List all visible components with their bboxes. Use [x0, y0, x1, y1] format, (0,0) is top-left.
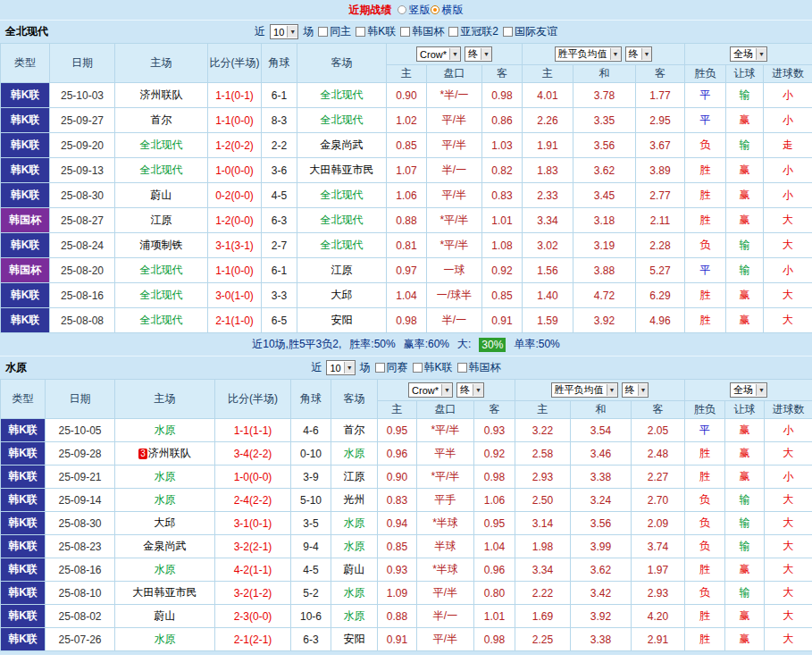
score-cell[interactable]: 2-4(2-2) [215, 489, 291, 512]
away-team-cell[interactable]: 安阳 [331, 628, 378, 651]
home-team-cell[interactable]: 大田韩亚市民 [115, 582, 215, 605]
home-team-cell[interactable]: 蔚山 [115, 183, 208, 208]
home-team-cell[interactable]: 水原 [115, 419, 215, 442]
away-team-cell[interactable]: 水原 [331, 535, 378, 558]
away-team-cell[interactable]: 大邱 [297, 283, 387, 308]
score-cell[interactable]: 0-2(0-0) [208, 183, 262, 208]
home-team-cell[interactable]: 浦项制铁 [115, 233, 208, 258]
score-cell[interactable]: 3-2(1-2) [215, 582, 291, 605]
filter-checkbox-1[interactable]: 韩K联 [356, 24, 396, 39]
home-team-cell[interactable]: 全北现代 [115, 258, 208, 283]
score-cell[interactable]: 1-2(0-0) [208, 208, 262, 233]
score-cell[interactable]: 1-1(1-1) [215, 419, 291, 442]
checkbox-icon[interactable] [400, 27, 410, 37]
checkbox-icon[interactable] [457, 363, 467, 373]
avg-final-select[interactable]: 终▼ [625, 46, 653, 62]
odds-home: 0.90 [378, 466, 417, 489]
avg-select[interactable]: 胜平负均值▼ [551, 382, 618, 398]
result-outcome: 平 [685, 108, 726, 133]
checkbox-icon[interactable] [503, 27, 513, 37]
away-team-cell[interactable]: 首尔 [331, 419, 378, 442]
away-team-cell[interactable]: 全北现代 [297, 208, 387, 233]
home-team-cell[interactable]: 全北现代 [115, 133, 208, 158]
filter-checkbox-2[interactable]: 韩国杯 [400, 24, 444, 39]
home-team-cell[interactable]: 全北现代 [115, 158, 208, 183]
match-row: 韩K联 25-09-14 水原 2-4(2-2) 5-10 光州 0.83 平手… [1, 489, 812, 512]
score-cell[interactable]: 2-1(2-1) [215, 628, 291, 651]
result-outcome: 胜 [685, 283, 726, 308]
home-team-cell[interactable]: 大邱 [115, 512, 215, 535]
home-team-cell[interactable]: 金泉尚武 [115, 535, 215, 558]
score-cell[interactable]: 4-2(1-1) [215, 558, 291, 582]
radio-icon[interactable] [431, 5, 439, 14]
score-cell[interactable]: 2-3(0-0) [215, 605, 291, 628]
filter-checkbox-0[interactable]: 同赛 [375, 360, 408, 375]
layout-radio-0[interactable]: 竖版 [398, 3, 431, 18]
avg-final-select[interactable]: 终▼ [622, 382, 649, 398]
away-team-cell[interactable]: 全北现代 [297, 233, 387, 258]
home-team-cell[interactable]: 济州联队 [115, 83, 208, 108]
away-team-cell[interactable]: 金泉尚武 [297, 133, 387, 158]
score-cell[interactable]: 3-2(2-1) [215, 535, 291, 558]
away-team-cell[interactable]: 江原 [331, 466, 378, 489]
away-team-cell[interactable]: 安阳 [297, 308, 387, 333]
match-count-select[interactable]: 10▼ [326, 360, 355, 375]
checkbox-icon[interactable] [448, 27, 458, 37]
odds-company-select[interactable]: Crow*▼ [416, 46, 461, 62]
score-cell[interactable]: 3-4(2-2) [215, 442, 291, 466]
radio-icon[interactable] [398, 5, 406, 14]
scope-select[interactable]: 全场▼ [730, 382, 767, 398]
match-count-select[interactable]: 10▼ [270, 24, 298, 39]
home-team-cell[interactable]: 3济州联队 [115, 442, 215, 466]
score-cell[interactable]: 1-1(0-0) [208, 108, 262, 133]
filter-checkbox-2[interactable]: 韩国杯 [457, 360, 501, 375]
home-team-cell[interactable]: 江原 [115, 208, 208, 233]
score-cell[interactable]: 1-1(0-1) [208, 83, 262, 108]
filter-checkbox-1[interactable]: 韩K联 [413, 360, 453, 375]
layout-radio-1[interactable]: 横版 [431, 3, 464, 18]
score-cell[interactable]: 3-0(1-0) [208, 283, 262, 308]
match-date: 25-09-27 [50, 108, 115, 133]
away-team-cell[interactable]: 大田韩亚市民 [297, 158, 387, 183]
away-team-cell[interactable]: 蔚山 [331, 558, 378, 582]
away-team-cell[interactable]: 全北现代 [297, 83, 387, 108]
away-team-cell[interactable]: 水原 [331, 442, 378, 466]
odds-company-select[interactable]: Crow*▼ [408, 382, 453, 398]
home-team-cell[interactable]: 水原 [115, 489, 215, 512]
filter-checkbox-4[interactable]: 国际友谊 [503, 24, 557, 39]
chevron-down-icon: ▼ [756, 48, 766, 60]
score-cell[interactable]: 1-0(0-0) [208, 158, 262, 183]
away-team-cell[interactable]: 水原 [331, 605, 378, 628]
filter-checkbox-3[interactable]: 亚冠联2 [448, 24, 498, 39]
home-team-cell[interactable]: 水原 [115, 558, 215, 582]
avg-select[interactable]: 胜平负均值▼ [555, 46, 622, 62]
filter-checkbox-0[interactable]: 同主 [318, 24, 351, 39]
away-team-cell[interactable]: 水原 [331, 512, 378, 535]
away-team-cell[interactable]: 江原 [297, 258, 387, 283]
away-team-cell[interactable]: 光州 [331, 489, 378, 512]
score-cell[interactable]: 3-1(3-1) [208, 233, 262, 258]
odds-final-select[interactable]: 终▼ [465, 46, 492, 62]
home-team-name: 全北现代 [140, 314, 183, 326]
home-team-cell[interactable]: 水原 [115, 628, 215, 651]
home-team-name: 全北现代 [140, 264, 183, 276]
checkbox-icon[interactable] [375, 363, 385, 373]
away-team-cell[interactable]: 全北现代 [297, 183, 387, 208]
home-team-cell[interactable]: 首尔 [115, 108, 208, 133]
score-cell[interactable]: 2-1(1-0) [208, 308, 262, 333]
checkbox-icon[interactable] [356, 27, 365, 37]
home-team-cell[interactable]: 水原 [115, 466, 215, 489]
score-cell[interactable]: 1-2(0-2) [208, 133, 262, 158]
home-team-cell[interactable]: 全北现代 [115, 283, 208, 308]
odds-final-select[interactable]: 终▼ [456, 382, 484, 398]
home-team-cell[interactable]: 蔚山 [115, 605, 215, 628]
away-team-cell[interactable]: 全北现代 [297, 108, 387, 133]
checkbox-icon[interactable] [318, 27, 328, 37]
home-team-cell[interactable]: 全北现代 [115, 308, 208, 333]
away-team-cell[interactable]: 水原 [331, 582, 378, 605]
score-cell[interactable]: 3-1(0-1) [215, 512, 291, 535]
checkbox-icon[interactable] [413, 363, 423, 373]
scope-select[interactable]: 全场▼ [730, 46, 767, 62]
score-cell[interactable]: 1-0(0-0) [215, 466, 291, 489]
score-cell[interactable]: 1-1(0-0) [208, 258, 262, 283]
